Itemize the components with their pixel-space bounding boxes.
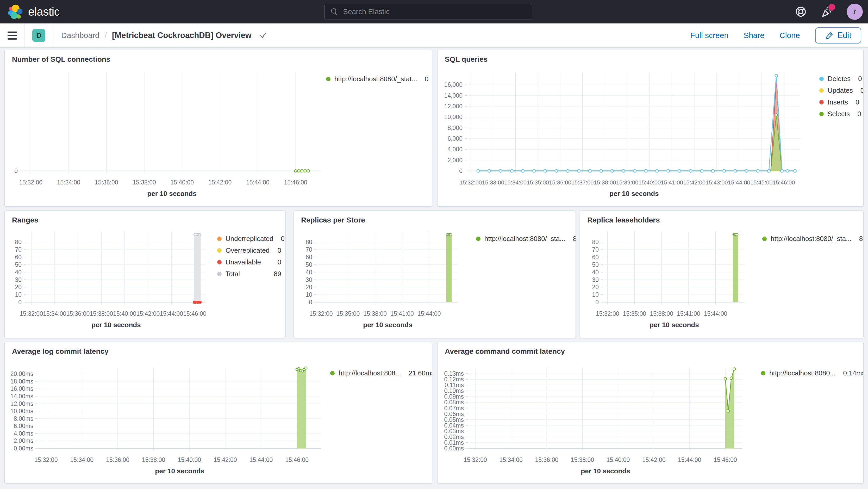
svg-text:50: 50 xyxy=(306,261,312,268)
svg-text:15:36:00: 15:36:00 xyxy=(95,179,118,186)
panel-title[interactable]: Ranges xyxy=(12,216,38,224)
svg-text:15:38:00: 15:38:00 xyxy=(594,179,616,186)
legend-item[interactable]: Overreplicated0 xyxy=(217,246,281,254)
breadcrumb-separator: / xyxy=(105,31,107,40)
help-button[interactable] xyxy=(795,5,807,18)
series-color-dot xyxy=(217,248,222,253)
panel-title[interactable]: Replica leaseholders xyxy=(587,216,660,224)
series-color-dot xyxy=(761,371,765,375)
legend-item[interactable]: http://localhost:8080...0.14ms xyxy=(761,369,857,377)
svg-text:15:38:00: 15:38:00 xyxy=(142,456,165,463)
svg-text:per 10 seconds: per 10 seconds xyxy=(581,467,630,475)
news-button[interactable] xyxy=(820,5,833,18)
svg-text:15:35:00: 15:35:00 xyxy=(527,179,549,186)
svg-text:60: 60 xyxy=(592,254,599,261)
global-search[interactable] xyxy=(324,4,532,20)
search-input[interactable] xyxy=(343,7,527,16)
panel-replica-leaseholders: Replica leaseholders 15:32:0015:35:0015:… xyxy=(580,211,864,338)
clone-button[interactable]: Clone xyxy=(779,31,800,40)
svg-text:0: 0 xyxy=(18,299,22,306)
breadcrumb-bar: D Dashboard / [Metricbeat CockroachDB] O… xyxy=(0,24,868,48)
legend-item[interactable]: Updates0 xyxy=(819,87,857,95)
avatar-initial: r xyxy=(854,7,856,17)
svg-text:50: 50 xyxy=(15,261,22,268)
legend-label: Selects xyxy=(828,110,850,118)
svg-text:8.00ms: 8.00ms xyxy=(14,415,33,422)
menu-button[interactable] xyxy=(0,24,25,48)
svg-text:15:35:00: 15:35:00 xyxy=(623,310,646,317)
svg-text:15:32:00: 15:32:00 xyxy=(19,179,42,186)
svg-text:15:34:00: 15:34:00 xyxy=(499,456,523,463)
series-color-dot xyxy=(819,77,824,81)
svg-text:15:43:00: 15:43:00 xyxy=(706,179,728,186)
svg-text:12.00ms: 12.00ms xyxy=(10,400,33,407)
svg-text:8,000: 8,000 xyxy=(447,125,463,131)
svg-text:15:36:00: 15:36:00 xyxy=(549,179,571,186)
command-commit-latency-chart: 15:32:0015:34:0015:36:0015:38:0015:40:00… xyxy=(437,342,863,483)
legend-value: 0 xyxy=(421,75,428,83)
breadcrumb-dashboard[interactable]: Dashboard xyxy=(61,31,99,40)
svg-text:15:45:00: 15:45:00 xyxy=(750,179,773,186)
legend-item[interactable]: Deletes0 xyxy=(819,75,857,83)
chart-legend: http://localhost:808...21.60ms xyxy=(330,369,426,381)
user-avatar[interactable]: r xyxy=(847,4,863,20)
legend-value: 0 xyxy=(854,110,861,118)
legend-item[interactable]: http://localhost:8080/_sta...89 xyxy=(762,235,860,243)
global-header: elastic r xyxy=(0,0,868,24)
svg-text:70: 70 xyxy=(15,246,22,253)
edit-button[interactable]: Edit xyxy=(815,27,861,43)
svg-text:15:46:00: 15:46:00 xyxy=(285,456,309,463)
page-title: [Metricbeat CockroachDB] Overview xyxy=(112,31,252,40)
series-color-dot xyxy=(217,237,222,241)
legend-item[interactable]: http://localhost:808...21.60ms xyxy=(330,369,426,377)
svg-text:15:46:00: 15:46:00 xyxy=(714,456,737,463)
full-screen-button[interactable]: Full screen xyxy=(690,31,728,40)
panel-title[interactable]: SQL queries xyxy=(445,55,488,64)
legend-item[interactable]: Total89 xyxy=(217,270,281,278)
svg-text:20.00ms: 20.00ms xyxy=(10,370,33,377)
svg-text:per 10 seconds: per 10 seconds xyxy=(363,321,412,329)
svg-text:30: 30 xyxy=(306,276,312,283)
svg-text:10: 10 xyxy=(306,291,312,298)
legend-label: Underreplicated xyxy=(225,235,274,243)
svg-text:18.00ms: 18.00ms xyxy=(10,378,33,385)
legend-value: 0 xyxy=(277,235,285,243)
svg-text:15:38:00: 15:38:00 xyxy=(132,179,156,186)
chart-legend: http://localhost:8080/_stat...0 xyxy=(326,75,426,87)
chart-legend: http://localhost:8080/_sta...89 xyxy=(762,235,860,246)
chart-legend: Underreplicated0Overreplicated0Unavailab… xyxy=(217,235,281,282)
legend-item[interactable]: Underreplicated0 xyxy=(217,235,281,243)
legend-item[interactable]: Unavailable0 xyxy=(217,258,281,266)
svg-text:0: 0 xyxy=(459,167,463,174)
panel-number-of-sql-connections: Number of SQL connections 15:32:0015:34:… xyxy=(4,50,432,207)
svg-text:40: 40 xyxy=(592,269,599,276)
svg-text:15:37:00: 15:37:00 xyxy=(571,179,594,186)
svg-text:50: 50 xyxy=(592,261,599,268)
title-check-icon[interactable] xyxy=(259,31,267,40)
svg-text:16,000: 16,000 xyxy=(444,81,463,88)
svg-text:15:41:00: 15:41:00 xyxy=(661,179,683,186)
panel-title[interactable]: Replicas per Store xyxy=(301,216,365,224)
legend-value: 0 xyxy=(857,87,864,95)
elastic-brand[interactable]: elastic xyxy=(0,4,60,20)
legend-value: 89 xyxy=(270,270,281,278)
space-selector[interactable]: D xyxy=(25,24,53,48)
svg-text:15:44:00: 15:44:00 xyxy=(246,179,270,186)
svg-text:10: 10 xyxy=(592,291,599,298)
svg-text:80: 80 xyxy=(15,239,22,245)
svg-text:14,000: 14,000 xyxy=(444,92,463,99)
svg-text:14.00ms: 14.00ms xyxy=(10,393,33,400)
space-badge: D xyxy=(32,29,45,42)
legend-value: 0.14ms xyxy=(839,369,864,377)
svg-text:per 10 seconds: per 10 seconds xyxy=(610,190,659,197)
panel-title[interactable]: Number of SQL connections xyxy=(12,55,111,64)
panel-title[interactable]: Average log commit latency xyxy=(12,347,108,356)
panel-title[interactable]: Average command commit latency xyxy=(445,347,565,356)
legend-item[interactable]: Inserts0 xyxy=(819,98,857,106)
legend-item[interactable]: Selects0 xyxy=(819,110,857,118)
legend-item[interactable]: http://localhost:8080/_stat...0 xyxy=(326,75,426,83)
svg-text:15:42:00: 15:42:00 xyxy=(683,179,706,186)
legend-item[interactable]: http://localhost:8080/_sta...89 xyxy=(476,235,572,243)
panel-replicas-per-store: Replicas per Store 15:32:0015:35:0015:38… xyxy=(293,211,576,338)
share-button[interactable]: Share xyxy=(744,31,764,40)
